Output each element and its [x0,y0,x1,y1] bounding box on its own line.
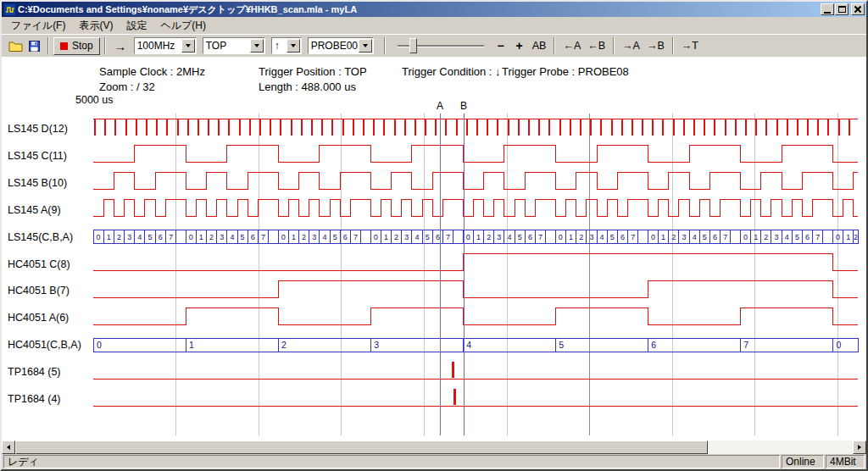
svg-text:0: 0 [836,233,840,241]
zoom-in-button[interactable]: + [510,36,529,55]
window-title: C:¥Documents and Settings¥noname¥デスクトップ¥… [18,3,820,16]
sample-clock-value: 100MHz [135,38,181,53]
scroll-left-button[interactable] [2,441,15,454]
minimize-button[interactable] [821,3,834,15]
stop-icon [60,42,68,50]
svg-text:7: 7 [538,233,542,241]
svg-text:3: 3 [497,233,501,241]
trigger-probe-dropdown-button[interactable] [359,39,372,53]
waveform-canvas[interactable]: 0123456701234567012345670123456701234567… [2,57,866,441]
svg-text:2: 2 [209,233,214,241]
svg-text:6: 6 [805,233,810,241]
toolbar-separator [672,37,674,54]
svg-text:5: 5 [559,340,564,350]
arrow-left-icon [7,445,10,450]
open-folder-icon [8,41,23,52]
svg-text:1: 1 [107,233,111,241]
svg-text:A: A [437,100,443,112]
toolbar-separator [554,37,555,54]
svg-text:0: 0 [836,340,841,350]
svg-text:4: 4 [415,233,419,241]
svg-text:7: 7 [631,233,635,241]
scroll-right-button[interactable] [853,441,866,454]
waveform-client: Sample Clock : 2MHz Trigger Position : T… [2,57,866,441]
toolbar-separator [613,37,615,54]
goto-marker-b-right-button[interactable]: →B [643,36,668,55]
stop-button[interactable]: Stop [53,37,100,55]
close-button[interactable] [851,3,865,15]
svg-text:5: 5 [333,233,337,241]
svg-text:6: 6 [343,233,348,241]
svg-text:4: 4 [600,233,604,241]
svg-text:0: 0 [651,233,655,241]
trigger-position-value: TOP [203,38,250,53]
trigger-position-dropdown-button[interactable] [250,39,264,53]
svg-text:0: 0 [281,233,286,241]
ab-markers-button[interactable]: AB [529,36,550,55]
svg-text:1: 1 [846,233,850,241]
svg-text:1: 1 [754,233,758,241]
svg-text:6: 6 [620,233,625,241]
menu-help[interactable]: ヘルプ(H) [153,17,213,35]
svg-text:5: 5 [610,233,615,241]
svg-text:7: 7 [723,233,727,241]
svg-text:4: 4 [466,340,471,350]
scrollbar-track[interactable] [15,441,853,454]
trigger-edge-dropdown-button[interactable] [287,39,300,53]
svg-text:4: 4 [322,233,326,241]
zoom-slider[interactable] [396,36,486,55]
sample-clock-dropdown-button[interactable] [181,39,195,53]
toolbar: Stop → 100MHz TOP ↑ PROBE00 − + AB ←A ←B [2,34,866,57]
trigger-edge-combo[interactable]: ↑ [271,37,302,54]
goto-trigger-button[interactable]: →T [678,36,702,55]
zoom-out-button[interactable]: − [492,36,510,55]
slider-thumb[interactable] [409,38,417,53]
open-file-button[interactable] [6,36,25,55]
maximize-button[interactable] [835,3,849,15]
close-icon [854,5,862,14]
svg-text:3: 3 [220,233,224,241]
chevron-down-icon [186,44,191,47]
goto-marker-a-right-button[interactable]: →A [619,36,643,55]
menu-settings[interactable]: 設定 [120,17,153,35]
svg-text:B: B [460,100,467,112]
goto-marker-a-left-button[interactable]: ←A [559,36,584,55]
status-ready: レディ [3,455,780,468]
goto-marker-b-left-button[interactable]: ←B [584,36,609,55]
svg-text:6: 6 [651,340,656,350]
svg-text:2: 2 [579,233,583,241]
svg-text:5: 5 [241,233,245,241]
svg-text:0: 0 [374,233,378,241]
app-icon [3,3,15,15]
trigger-edge-value: ↑ [272,38,287,53]
svg-text:2: 2 [302,233,306,241]
status-memory: 4MBit [826,455,865,468]
menu-file[interactable]: ファイル(F) [4,17,72,35]
save-button[interactable] [25,36,43,55]
svg-text:0: 0 [97,233,101,241]
svg-text:0: 0 [189,233,193,241]
svg-text:1: 1 [384,233,388,241]
titlebar[interactable]: C:¥Documents and Settings¥noname¥デスクトップ¥… [2,2,866,17]
svg-text:3: 3 [682,233,686,241]
scrollbar-thumb[interactable] [15,441,708,454]
trigger-probe-combo[interactable]: PROBE00 [308,37,374,54]
svg-text:3: 3 [775,233,779,241]
svg-text:6: 6 [251,233,255,241]
svg-text:4: 4 [230,233,234,241]
svg-text:6: 6 [528,233,532,241]
window-controls [820,3,865,15]
svg-text:0: 0 [743,233,748,241]
menu-view[interactable]: 表示(V) [72,17,120,35]
minimize-icon [824,12,831,14]
trigger-position-combo[interactable]: TOP [203,37,265,54]
horizontal-scrollbar[interactable] [2,441,866,454]
svg-text:1: 1 [476,233,481,241]
svg-text:5: 5 [518,233,522,241]
sample-clock-combo[interactable]: 100MHz [134,37,197,54]
svg-text:6: 6 [159,233,163,241]
run-button[interactable]: → [110,36,131,55]
svg-text:7: 7 [261,233,265,241]
svg-text:4: 4 [508,233,512,241]
svg-text:5: 5 [795,233,799,241]
